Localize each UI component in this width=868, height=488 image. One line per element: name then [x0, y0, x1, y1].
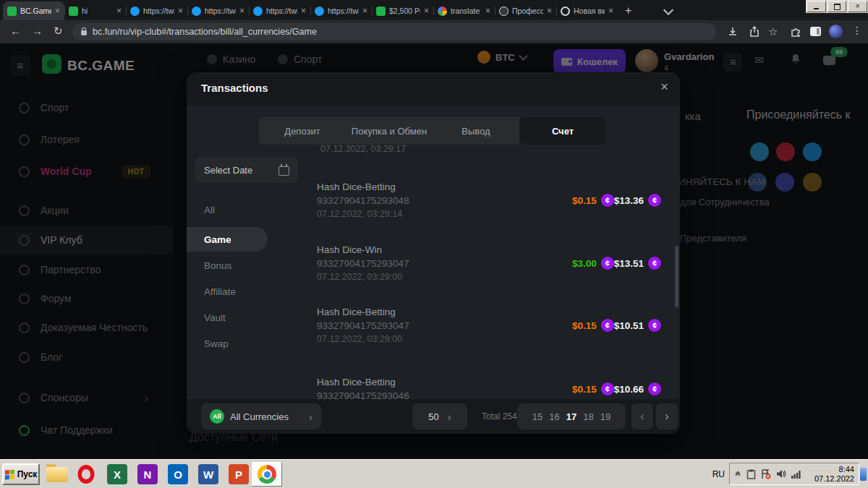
tab-label: https://twi: [266, 7, 297, 15]
tab-close-icon[interactable]: ×: [116, 6, 122, 16]
powerpoint-icon[interactable]: P: [229, 464, 249, 484]
start-button[interactable]: Пуск: [2, 463, 40, 485]
file-explorer-icon[interactable]: [46, 467, 68, 482]
hidden-icons-chevron-icon[interactable]: [734, 471, 741, 478]
tab-close-icon[interactable]: ×: [485, 6, 490, 16]
browser-profile-avatar[interactable]: [829, 25, 843, 38]
excel-icon[interactable]: X: [107, 464, 127, 484]
page-number[interactable]: 17: [566, 411, 576, 422]
tab-close-icon[interactable]: ×: [362, 6, 367, 16]
network-signal-icon[interactable]: [791, 470, 802, 479]
share-icon[interactable]: [749, 26, 760, 38]
chrome-taskbar-button[interactable]: [252, 462, 282, 487]
page-number[interactable]: 19: [600, 411, 610, 422]
new-tab-button[interactable]: +: [625, 4, 631, 17]
onenote-icon[interactable]: N: [137, 464, 158, 484]
tab-close-icon[interactable]: ×: [239, 6, 244, 16]
clipboard-tray-icon[interactable]: [746, 469, 756, 479]
transactions-modal: Transactions × Депозит Покупка и Обмен В…: [187, 72, 680, 434]
modal-scrollbar-thumb[interactable]: [675, 246, 678, 307]
bookmark-star-icon[interactable]: ☆: [768, 25, 778, 39]
transaction-amount-cell: $3.00¢: [507, 257, 613, 270]
browser-tab-twitter-3[interactable]: https://twi×: [249, 1, 310, 20]
modal-footer: All All Currencies › 50 › Total 254 15 1…: [187, 399, 680, 434]
tab-label: https://twi: [205, 7, 236, 15]
transaction-row[interactable]: Hash Dice-Betting 93327904175293047 07.1…: [317, 303, 674, 348]
transaction-date: 07.12.2022, 03:29:00: [317, 333, 507, 346]
transaction-id: 93327904175293047: [317, 319, 507, 333]
outlook-icon[interactable]: O: [168, 464, 188, 484]
word-icon[interactable]: W: [198, 464, 218, 484]
tab-close-icon[interactable]: ×: [178, 6, 183, 16]
side-panel-icon[interactable]: [810, 27, 821, 36]
modal-close-icon[interactable]: ×: [660, 80, 668, 93]
tab-label: hi: [82, 7, 113, 15]
browser-tab-bcgame[interactable]: BC.Game×: [3, 1, 64, 20]
browser-tab-profession[interactable]: Професси×: [495, 1, 556, 20]
filter-vault[interactable]: Vault: [187, 305, 268, 330]
tab-search-chevron-icon[interactable]: [663, 5, 673, 15]
prev-page-button[interactable]: ‹: [631, 403, 653, 429]
volume-icon[interactable]: [776, 469, 786, 479]
tab-close-icon[interactable]: ×: [547, 6, 552, 16]
browser-tab-twitter-2[interactable]: https://twi×: [187, 1, 249, 20]
extensions-puzzle-icon[interactable]: [790, 26, 801, 38]
taskbar-clock[interactable]: 8:44 07.12.2022: [814, 465, 854, 484]
window-restore-button[interactable]: [827, 1, 847, 12]
page-number[interactable]: 15: [532, 411, 542, 422]
browser-menu-icon[interactable]: ⋮: [852, 25, 862, 36]
transaction-amount: $0.15: [572, 320, 597, 331]
window-close-button[interactable]: ×: [848, 1, 867, 12]
transaction-row[interactable]: Hash Dice-Betting 93327904175293048 07.1…: [317, 178, 674, 223]
filter-all[interactable]: All: [187, 197, 268, 222]
tab-close-icon[interactable]: ×: [55, 6, 60, 16]
browser-tab-promo[interactable]: $2,500 Pre×: [372, 1, 433, 20]
coin-icon: ¢: [648, 382, 661, 395]
browser-tab-twitter-4[interactable]: https://twi×: [310, 1, 372, 20]
transaction-balance-cell: $10.51¢: [614, 319, 674, 332]
page-number[interactable]: 18: [583, 411, 593, 422]
action-center-flag-icon[interactable]: [761, 469, 771, 479]
window-minimize-button[interactable]: [807, 1, 826, 12]
reload-icon[interactable]: ↻: [54, 24, 63, 38]
url-text[interactable]: bc.fun/ru/vip-club#/transactions/bill/al…: [93, 27, 317, 37]
transaction-id: 93327904175293047: [317, 257, 507, 270]
select-date-button[interactable]: Select Date: [195, 157, 298, 183]
browser-tab-translate[interactable]: translate -×: [433, 1, 495, 20]
bcgame-favicon: [69, 7, 78, 16]
page-number[interactable]: 16: [549, 411, 559, 422]
all-currencies-button[interactable]: All All Currencies ›: [201, 403, 321, 429]
next-page-button[interactable]: ›: [656, 403, 678, 429]
tab-buy-swap[interactable]: Покупка и Обмен: [346, 117, 433, 145]
tab-bill[interactable]: Счет: [519, 117, 606, 145]
filter-swap[interactable]: Swap: [187, 331, 268, 356]
back-icon[interactable]: ←: [10, 24, 21, 38]
tab-withdraw[interactable]: Вывод: [433, 117, 519, 145]
browser-tab-newtab[interactable]: Новая вкл×: [556, 1, 618, 20]
tab-close-icon[interactable]: ×: [424, 6, 429, 16]
filter-game[interactable]: Game: [187, 227, 268, 252]
transaction-balance-cell: $10.66¢: [614, 382, 674, 395]
forward-icon[interactable]: →: [32, 24, 43, 38]
page-size-select[interactable]: 50 ›: [412, 403, 467, 429]
clock-time: 8:44: [814, 465, 854, 474]
minimize-icon: [814, 8, 819, 9]
language-indicator[interactable]: RU: [712, 469, 725, 479]
screen: BC.Game× hi× https://twi× https://twi× h…: [0, 0, 868, 488]
twitter-favicon: [253, 7, 263, 16]
p-favicon: [499, 7, 509, 16]
transaction-info: Hash Dice-Betting 93327904175293048 07.1…: [317, 180, 507, 221]
filter-affiliate[interactable]: Affiliate: [187, 279, 268, 304]
download-icon[interactable]: [727, 26, 739, 38]
browser-tab-hi[interactable]: hi×: [64, 1, 126, 20]
opera-icon[interactable]: [78, 465, 95, 484]
tab-deposit[interactable]: Депозит: [259, 117, 346, 145]
tab-close-icon[interactable]: ×: [608, 6, 613, 16]
filter-bonus[interactable]: Bonus: [187, 253, 268, 278]
address-bar[interactable]: bc.fun/ru/vip-club#/transactions/bill/al…: [72, 23, 716, 40]
tab-close-icon[interactable]: ×: [301, 6, 306, 16]
browser-tab-twitter-1[interactable]: https://twi×: [126, 1, 187, 20]
show-desktop-button[interactable]: [860, 468, 867, 481]
browser-tabstrip: BC.Game× hi× https://twi× https://twi× h…: [0, 0, 868, 20]
transaction-row[interactable]: Hash Dice-Win 93327904175293047 07.12.20…: [317, 241, 674, 286]
